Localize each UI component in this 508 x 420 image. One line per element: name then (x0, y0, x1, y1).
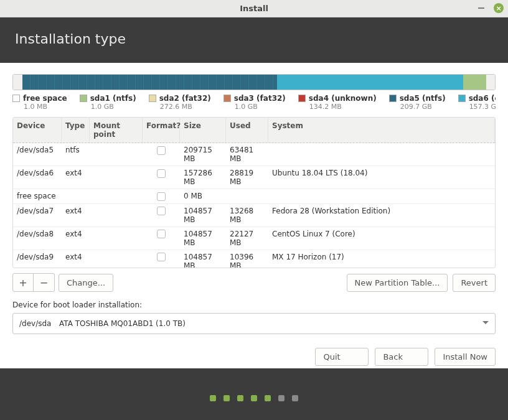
progress-dot (237, 395, 243, 401)
minimize-icon (478, 7, 484, 9)
legend-size: 1.0 MB (24, 103, 67, 111)
cell-system: CentOS Linux 7 (Core) (268, 227, 495, 250)
legend-size: 272.6 MB (160, 103, 211, 111)
partition-segment (463, 75, 486, 90)
cell-mount (90, 227, 143, 250)
cell-format (143, 166, 180, 189)
th-type: Type (62, 118, 90, 142)
table-row[interactable]: /dev/sda5ntfs209715 MB63481 MB (13, 143, 495, 166)
page-title: Installation type (15, 31, 126, 47)
format-checkbox[interactable] (157, 207, 166, 215)
th-device: Device (13, 118, 62, 142)
cell-type: ext4 (62, 166, 90, 189)
table-row[interactable]: free space0 MB (13, 189, 495, 204)
cell-system: Ubuntu 18.04 LTS (18.04) (268, 166, 495, 189)
revert-button[interactable]: Revert (453, 274, 496, 292)
legend-item: sda5 (ntfs)209.7 GB (389, 94, 446, 111)
cell-system: Fedora 28 (Workstation Edition) (268, 204, 495, 226)
table-header: Device Type Mount point Format? Size Use… (13, 118, 495, 143)
legend-size: 1.0 GB (235, 103, 286, 111)
cell-format (143, 189, 180, 203)
close-button[interactable]: × (493, 2, 504, 14)
progress-footer (0, 368, 508, 420)
bootloader-label: Device for boot loader installation: (12, 301, 496, 309)
partition-table[interactable]: Device Type Mount point Format? Size Use… (12, 117, 496, 268)
th-mount: Mount point (90, 118, 143, 142)
cell-used: 13268 MB (226, 204, 268, 226)
format-checkbox[interactable] (157, 192, 166, 201)
remove-partition-button[interactable]: − (34, 273, 55, 292)
legend-item: sda4 (unknown)134.2 MB (298, 94, 377, 111)
window-title: Install (240, 4, 268, 13)
cell-system: MX 17 Horizon (17) (268, 250, 495, 268)
cell-device: /dev/sda7 (13, 204, 62, 226)
quit-button[interactable]: Quit (315, 348, 369, 366)
cell-type: ext4 (62, 227, 90, 250)
table-row[interactable]: /dev/sda6ext4157286 MB28819 MBUbuntu 18.… (13, 166, 495, 189)
legend-item: sda1 (ntfs)1.0 GB (80, 94, 136, 111)
cell-used: 22127 MB (226, 227, 268, 250)
cell-format (143, 204, 180, 226)
new-partition-table-button[interactable]: New Partition Table... (347, 274, 448, 292)
legend-swatch-icon (223, 95, 231, 102)
bootloader-description: ATA TOSHIBA MQ01ABD1 (1.0 TB) (59, 319, 186, 328)
cell-size: 209715 MB (180, 143, 226, 166)
back-button[interactable]: Back (375, 348, 428, 366)
cell-size: 104857 MB (180, 227, 226, 250)
cell-device: free space (13, 189, 62, 203)
format-checkbox[interactable] (157, 230, 166, 238)
progress-dot (251, 395, 257, 401)
table-row[interactable]: /dev/sda8ext4104857 MB22127 MBCentOS Lin… (13, 227, 495, 250)
progress-dot (278, 395, 285, 401)
table-row[interactable]: /dev/sda7ext4104857 MB13268 MBFedora 28 … (13, 204, 495, 227)
legend-swatch-icon (80, 95, 87, 102)
bootloader-device: /dev/sda (19, 319, 59, 328)
progress-dot (210, 395, 216, 401)
legend-size: 209.7 GB (400, 103, 446, 111)
minus-icon: − (40, 277, 48, 289)
add-partition-button[interactable]: + (12, 273, 34, 292)
partition-legend: free space1.0 MBsda1 (ntfs)1.0 GBsda2 (f… (12, 94, 496, 111)
legend-swatch-icon (389, 95, 397, 102)
legend-size: 134.2 MB (309, 103, 377, 111)
partition-segment (22, 75, 277, 90)
cell-mount (90, 166, 143, 189)
legend-label: sda3 (fat32) (234, 94, 286, 103)
cell-device: /dev/sda8 (13, 227, 62, 250)
cell-type: ext4 (62, 250, 90, 268)
bootloader-device-select[interactable]: /dev/sda ATA TOSHIBA MQ01ABD1 (1.0 TB) (12, 313, 496, 334)
legend-label: sda2 (fat32) (159, 94, 211, 103)
format-checkbox[interactable] (157, 169, 166, 178)
cell-used: 10396 MB (226, 250, 268, 268)
install-now-button[interactable]: Install Now (435, 348, 496, 366)
change-button[interactable]: Change... (59, 274, 113, 292)
legend-swatch-icon (458, 95, 466, 102)
cell-size: 104857 MB (180, 204, 226, 226)
cell-used: 63481 MB (226, 143, 268, 166)
chevron-down-icon (482, 321, 489, 327)
th-used: Used (226, 118, 268, 142)
cell-device: /dev/sda6 (13, 166, 62, 189)
legend-label: free space (23, 94, 67, 103)
legend-label: sda5 (ntfs) (400, 94, 446, 103)
minimize-button[interactable] (476, 2, 487, 14)
cell-used (226, 189, 268, 203)
cell-type: ext4 (62, 204, 90, 226)
cell-system (268, 143, 495, 166)
legend-item: sda2 (fat32)272.6 MB (149, 94, 211, 111)
cell-mount (90, 189, 143, 203)
format-checkbox[interactable] (157, 253, 166, 261)
legend-swatch-icon (298, 95, 306, 102)
table-row[interactable]: /dev/sda9ext4104857 MB10396 MBMX 17 Hori… (13, 250, 495, 268)
cell-size: 104857 MB (180, 250, 226, 268)
cell-size: 0 MB (180, 189, 226, 203)
page-header: Installation type (0, 17, 508, 63)
cell-size: 157286 MB (180, 166, 226, 189)
progress-dot (292, 395, 298, 401)
format-checkbox[interactable] (157, 146, 166, 155)
cell-mount (90, 143, 143, 166)
close-icon: × (494, 3, 504, 13)
cell-system (268, 189, 495, 203)
partition-segment (277, 75, 463, 90)
legend-swatch-icon (149, 95, 156, 102)
